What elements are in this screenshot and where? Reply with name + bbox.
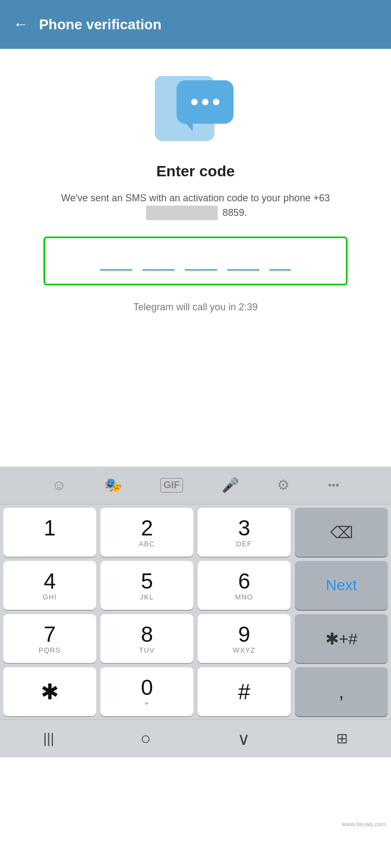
key-hash-label: #: [238, 681, 250, 703]
key-5[interactable]: 5 JKL: [100, 561, 193, 610]
key-7-sub: PQRS: [39, 646, 61, 654]
key-8-sub: TUV: [139, 646, 155, 654]
key-2-label: 2: [141, 517, 153, 539]
nav-back-icon[interactable]: |||: [43, 730, 54, 747]
key-7-label: 7: [43, 623, 55, 645]
page-title: Phone verification: [39, 16, 161, 33]
nav-bar: ||| ○ ∨ ⊞: [0, 719, 391, 757]
key-3-sub: DEF: [236, 540, 252, 548]
settings-icon[interactable]: ⚙: [277, 477, 289, 494]
app-header: ← Phone verification: [0, 0, 391, 49]
key-5-label: 5: [141, 570, 153, 592]
watermark: www.deuaq.com: [342, 821, 386, 827]
key-rows: 1 2 ABC 3 DEF ⌫ 4 GHI 5 JKL: [0, 505, 391, 719]
key-1[interactable]: 1: [3, 508, 96, 557]
key-9-sub: WXYZ: [233, 646, 256, 654]
key-6[interactable]: 6 MNO: [198, 561, 291, 610]
backspace-icon: ⌫: [330, 523, 353, 542]
key-1-sub: [48, 540, 51, 548]
keyboard: ☺ 🎭 GIF 🎤 ⚙ ••• 1 2 ABC 3 DEF ⌫: [0, 467, 391, 757]
dot3: [213, 99, 219, 105]
key-row-4: ✱ 0 + # ,: [3, 667, 388, 716]
gif-icon[interactable]: GIF: [160, 478, 183, 493]
key-9[interactable]: 9 WXYZ: [198, 614, 291, 663]
key-4-sub: GHI: [42, 593, 56, 601]
key-6-label: 6: [238, 570, 250, 592]
sms-desc-pre: We've sent an SMS with an activation cod…: [61, 193, 313, 203]
symbol-label: ✱+#: [325, 629, 357, 648]
key-next[interactable]: Next: [295, 561, 388, 610]
key-row-1: 1 2 ABC 3 DEF ⌫: [3, 508, 388, 557]
key-1-label: 1: [43, 517, 55, 539]
key-2-sub: ABC: [139, 540, 155, 548]
call-timer: Telegram will call you in 2:39: [133, 302, 257, 313]
keyboard-top-bar: ☺ 🎭 GIF 🎤 ⚙ •••: [0, 467, 391, 505]
comma-label: ,: [338, 680, 344, 703]
dash-3: [185, 269, 217, 271]
key-backspace[interactable]: ⌫: [295, 508, 388, 557]
dash-2: [142, 269, 175, 271]
mic-icon[interactable]: 🎤: [222, 477, 239, 494]
next-label: Next: [326, 577, 357, 594]
dash-4: [227, 269, 260, 271]
code-input-field[interactable]: [43, 237, 348, 285]
key-8[interactable]: 8 TUV: [100, 614, 193, 663]
key-4[interactable]: 4 GHI: [3, 561, 96, 610]
key-7[interactable]: 7 PQRS: [3, 614, 96, 663]
key-0-label: 0: [141, 676, 153, 698]
sms-icon: [152, 71, 239, 146]
key-3[interactable]: 3 DEF: [198, 508, 291, 557]
dot1: [191, 99, 198, 105]
emoji-icon[interactable]: ☺: [52, 477, 66, 494]
dash-5: [269, 269, 291, 271]
chat-bubble-icon: [176, 80, 234, 124]
phone-prefix: +63: [313, 193, 330, 203]
key-symbol-toggle[interactable]: ✱+#: [295, 614, 388, 663]
phone-suffix: 8859.: [220, 207, 247, 218]
key-star-label: ✱: [41, 681, 59, 703]
key-hash[interactable]: #: [198, 667, 291, 716]
dot2: [202, 99, 209, 105]
key-3-label: 3: [238, 517, 250, 539]
key-row-2: 4 GHI 5 JKL 6 MNO Next: [3, 561, 388, 610]
main-content: Enter code We've sent an SMS with an act…: [0, 49, 391, 335]
nav-recents-icon[interactable]: ∨: [237, 729, 250, 749]
phone-masked: ██████████: [146, 206, 218, 220]
enter-code-title: Enter code: [156, 163, 235, 180]
sms-description: We've sent an SMS with an activation cod…: [22, 191, 369, 220]
more-icon[interactable]: •••: [328, 479, 339, 492]
code-dashes: [56, 269, 335, 271]
key-5-sub: JKL: [140, 593, 154, 601]
key-comma[interactable]: ,: [295, 667, 388, 716]
nav-home-icon[interactable]: ○: [141, 729, 151, 749]
sticker-icon[interactable]: 🎭: [104, 477, 122, 494]
dash-1: [100, 269, 133, 271]
key-row-3: 7 PQRS 8 TUV 9 WXYZ ✱+#: [3, 614, 388, 663]
key-9-label: 9: [238, 623, 250, 645]
key-0-sub: +: [144, 699, 149, 707]
back-button[interactable]: ←: [13, 16, 28, 33]
key-0[interactable]: 0 +: [100, 667, 193, 716]
key-8-label: 8: [141, 623, 153, 645]
key-4-label: 4: [43, 570, 55, 592]
key-2[interactable]: 2 ABC: [100, 508, 193, 557]
nav-keyboard-icon[interactable]: ⊞: [336, 730, 348, 747]
key-6-sub: MNO: [235, 593, 253, 601]
key-star[interactable]: ✱: [3, 667, 96, 716]
